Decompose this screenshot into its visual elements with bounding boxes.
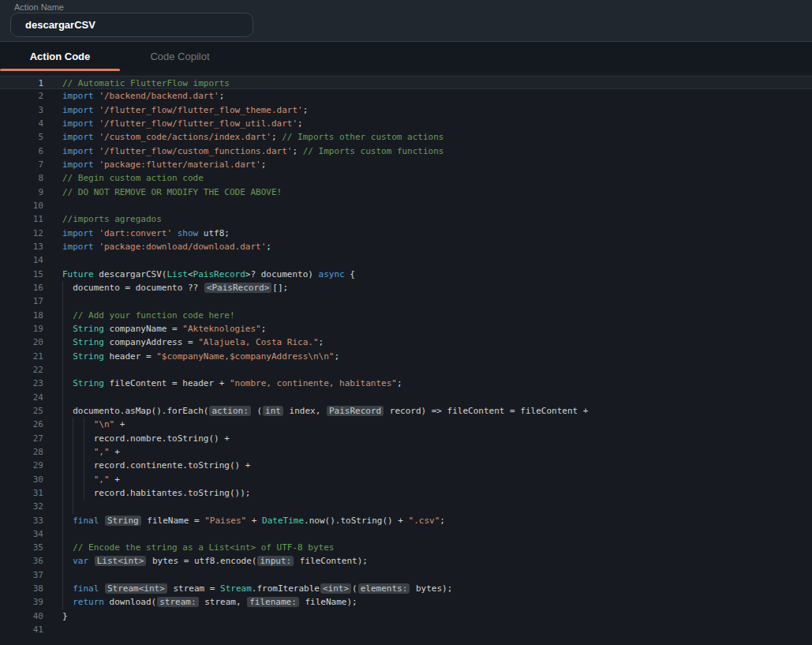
line-number: 12 <box>0 227 43 240</box>
code-token: '/custom_code/actions/index.dart' <box>99 132 271 142</box>
line-number: 3 <box>0 103 43 117</box>
code-line[interactable]: 33 final String fileName = "Paises" + Da… <box>0 514 812 527</box>
code-token <box>62 447 94 457</box>
code-line[interactable]: 38 final Stream<int> stream = Stream.fro… <box>0 582 812 595</box>
code-token: ; <box>397 378 402 388</box>
code-line[interactable]: 26 "\n" + <box>0 418 812 431</box>
code-line[interactable]: 40} <box>0 609 812 623</box>
code-line[interactable]: 25 documento.asMap().forEach(action: (in… <box>0 404 812 418</box>
code-line[interactable]: 11//imports agregados <box>0 212 812 226</box>
code-token: ; <box>334 351 339 362</box>
code-line[interactable]: 21 String header = "$companyName,$compan… <box>0 350 812 363</box>
code-text: String header = "$companyName,$companyAd… <box>62 350 339 363</box>
indent-guide <box>62 527 63 541</box>
code-line[interactable]: 10 <box>0 199 812 212</box>
code-line[interactable]: 6import '/flutter_flow/custom_functions.… <box>0 144 812 158</box>
code-text: // DO NOT REMOVE OR MODIFY THE CODE ABOV… <box>62 186 282 199</box>
code-text: import '/flutter_flow/flutter_flow_theme… <box>62 103 308 117</box>
code-token: fileContent = header + <box>104 378 230 388</box>
line-number: 19 <box>0 322 43 336</box>
code-line[interactable]: 19 String companyName = "Akteknologies"; <box>0 322 812 336</box>
code-token: index, <box>284 406 326 416</box>
code-token: DateTime <box>262 516 304 526</box>
code-token <box>62 474 94 485</box>
code-editor[interactable]: 1// Automatic FlutterFlow imports2import… <box>0 71 812 645</box>
code-line[interactable]: 36 var List<int> bytes = utf8.encode(inp… <box>0 554 812 568</box>
line-number: 33 <box>0 514 43 527</box>
code-line[interactable]: 14 <box>0 253 812 267</box>
code-line[interactable]: 31 record.habitantes.toString()); <box>0 486 812 500</box>
code-line[interactable]: 3import '/flutter_flow/flutter_flow_them… <box>0 103 812 117</box>
code-token: var <box>73 556 88 566</box>
code-line[interactable]: 13import 'package:download/download.dart… <box>0 240 812 253</box>
code-line[interactable]: 5import '/custom_code/actions/index.dart… <box>0 130 812 144</box>
code-line[interactable]: 15Future descargarCSV(List<PaisRecord>? … <box>0 268 812 281</box>
indent-guide <box>62 500 63 513</box>
code-line[interactable]: 8// Begin custom action code <box>0 171 812 185</box>
code-token: List <box>167 269 188 279</box>
inlay-hint: action: <box>209 406 250 416</box>
code-token: + <box>110 474 120 485</box>
code-line[interactable]: 18 // Add your function code here! <box>0 309 812 322</box>
code-text: Future descargarCSV(List<PaisRecord>? do… <box>62 268 355 281</box>
code-line[interactable]: 29 record.continente.toString() + <box>0 459 812 472</box>
code-line[interactable]: 9// DO NOT REMOVE OR MODIFY THE CODE ABO… <box>0 186 812 199</box>
code-line[interactable]: 16 documento = documento ?? <PaisRecord>… <box>0 281 812 294</box>
header: Action Name <box>0 0 812 41</box>
line-number: 39 <box>0 595 43 609</box>
line-number: 41 <box>0 623 43 636</box>
line-number: 1 <box>0 77 43 90</box>
code-token: "$companyName,$companyAddress\n\n" <box>156 351 334 362</box>
code-line[interactable]: 20 String companyAddress = "Alajuela, Co… <box>0 336 812 349</box>
code-text: import '/flutter_flow/flutter_flow_util.… <box>62 117 303 130</box>
action-name-input[interactable] <box>10 13 253 37</box>
tab-action-code[interactable]: Action Code <box>0 42 120 71</box>
code-token <box>62 378 73 388</box>
code-token: 'package:flutter/material.dart' <box>99 159 260 170</box>
code-token <box>62 597 73 607</box>
code-line[interactable]: 37 <box>0 568 812 582</box>
code-token: ; <box>297 118 303 129</box>
line-number: 7 <box>0 158 43 171</box>
code-token: download( <box>104 597 156 607</box>
code-line[interactable]: 7import 'package:flutter/material.dart'; <box>0 158 812 171</box>
code-token <box>62 583 73 594</box>
code-line[interactable]: 34 <box>0 527 812 541</box>
code-token: documento.asMap().forEach( <box>62 406 208 416</box>
code-line[interactable]: 1// Automatic FlutterFlow imports <box>0 76 812 89</box>
code-text: // Encode the string as a List<int> of U… <box>62 541 334 554</box>
line-number: 29 <box>0 459 43 472</box>
code-line[interactable]: 22 <box>0 363 812 377</box>
line-number: 13 <box>0 240 43 253</box>
code-line[interactable]: 28 "," + <box>0 445 812 459</box>
code-token: ; <box>219 91 225 101</box>
code-line[interactable]: 24 <box>0 391 812 404</box>
code-text: import '/flutter_flow/custom_functions.d… <box>62 144 443 158</box>
inlay-hint: String <box>105 516 141 526</box>
code-token <box>62 337 73 347</box>
code-line[interactable]: 4import '/flutter_flow/flutter_flow_util… <box>0 117 812 130</box>
code-line[interactable]: 35 // Encode the string as a List<int> o… <box>0 541 812 554</box>
inlay-hint: int <box>263 406 283 416</box>
indent-guide <box>62 294 63 308</box>
code-token: ; <box>292 146 302 156</box>
code-line[interactable]: 12import 'dart:convert' show utf8; <box>0 227 812 240</box>
code-line[interactable]: 39 return download(stream: stream, filen… <box>0 595 812 609</box>
code-line[interactable]: 41 <box>0 623 812 636</box>
code-line[interactable]: 27 record.nombre.toString() + <box>0 432 812 445</box>
line-number: 24 <box>0 391 43 404</box>
code-line[interactable]: 32 <box>0 500 812 513</box>
code-token: // DO NOT REMOVE OR MODIFY THE CODE ABOV… <box>62 187 282 197</box>
code-text: documento = documento ?? <PaisRecord>[]; <box>62 281 288 294</box>
code-line[interactable]: 2import '/backend/backend.dart'; <box>0 89 812 103</box>
tab-bar: Action Code Code Copilot <box>0 41 812 71</box>
code-line[interactable]: 30 "," + <box>0 473 812 486</box>
tab-code-copilot[interactable]: Code Copilot <box>120 42 240 71</box>
code-text: "," + <box>62 445 120 459</box>
code-token: // Encode the string as a List<int> of U… <box>73 542 334 553</box>
code-line[interactable]: 17 <box>0 294 812 308</box>
code-token: } <box>62 611 68 621</box>
code-token: import <box>62 146 94 156</box>
code-line[interactable]: 23 String fileContent = header + "nombre… <box>0 377 812 390</box>
code-token: ( <box>252 406 262 416</box>
